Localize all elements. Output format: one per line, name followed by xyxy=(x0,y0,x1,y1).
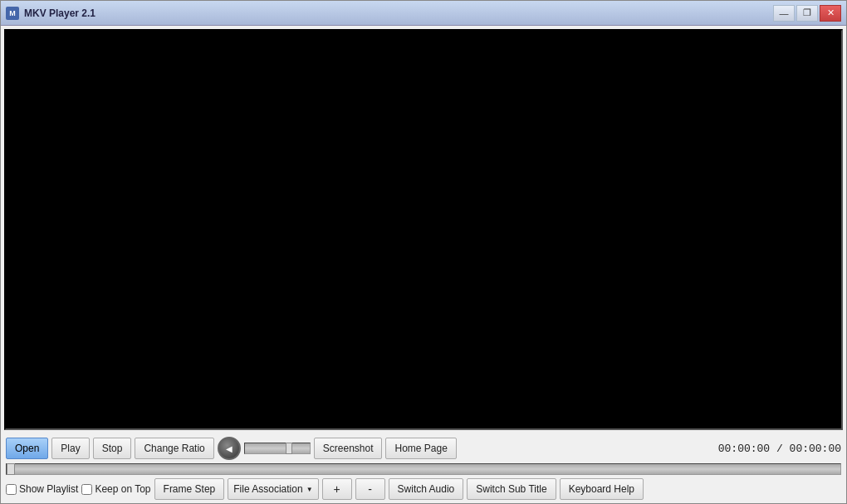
file-association-label: File Association xyxy=(233,483,302,495)
video-display xyxy=(4,29,843,430)
show-playlist-checkbox-label[interactable]: Show Playlist xyxy=(6,483,78,495)
controls-row-2 xyxy=(6,463,841,475)
play-button[interactable]: Play xyxy=(51,438,89,459)
titlebar: M MKV Player 2.1 — ❐ ✕ xyxy=(1,1,846,26)
plus-button[interactable]: + xyxy=(322,478,352,500)
minimize-button[interactable]: — xyxy=(773,5,795,22)
minus-button[interactable]: - xyxy=(355,478,385,500)
show-playlist-checkbox[interactable] xyxy=(6,484,17,495)
keep-on-top-label: Keep on Top xyxy=(95,483,150,495)
stop-button[interactable]: Stop xyxy=(93,438,132,459)
close-button[interactable]: ✕ xyxy=(820,5,841,22)
keep-on-top-checkbox[interactable] xyxy=(81,484,92,495)
keyboard-help-button[interactable]: Keyboard Help xyxy=(560,478,644,500)
app-icon: M xyxy=(6,7,19,20)
controls-row-3: Show Playlist Keep on Top Frame Step Fil… xyxy=(6,478,841,500)
switch-subtitle-button[interactable]: Switch Sub Title xyxy=(467,478,556,500)
switch-audio-button[interactable]: Switch Audio xyxy=(389,478,464,500)
file-association-dropdown[interactable]: File Association ▼ xyxy=(228,478,318,500)
show-playlist-label: Show Playlist xyxy=(19,483,78,495)
titlebar-left: M MKV Player 2.1 xyxy=(6,7,95,20)
open-button[interactable]: Open xyxy=(6,438,48,459)
titlebar-buttons: — ❐ ✕ xyxy=(773,5,841,22)
main-window: M MKV Player 2.1 — ❐ ✕ Open Play Stop Ch… xyxy=(0,0,847,504)
volume-icon[interactable] xyxy=(218,437,241,460)
dropdown-arrow-icon: ▼ xyxy=(306,486,313,493)
seek-bar[interactable] xyxy=(6,463,841,475)
time-display: 00:00:00 / 00:00:00 xyxy=(718,443,841,455)
controls-row-1: Open Play Stop Change Ratio Screenshot H… xyxy=(6,437,841,460)
restore-button[interactable]: ❐ xyxy=(796,5,818,22)
keep-on-top-checkbox-label[interactable]: Keep on Top xyxy=(81,483,150,495)
frame-step-button[interactable]: Frame Step xyxy=(154,478,225,500)
volume-slider[interactable] xyxy=(244,443,311,454)
screenshot-button[interactable]: Screenshot xyxy=(314,438,383,459)
app-title: MKV Player 2.1 xyxy=(24,7,95,19)
home-page-button[interactable]: Home Page xyxy=(385,438,456,459)
change-ratio-button[interactable]: Change Ratio xyxy=(135,438,213,459)
controls-area: Open Play Stop Change Ratio Screenshot H… xyxy=(1,433,846,503)
